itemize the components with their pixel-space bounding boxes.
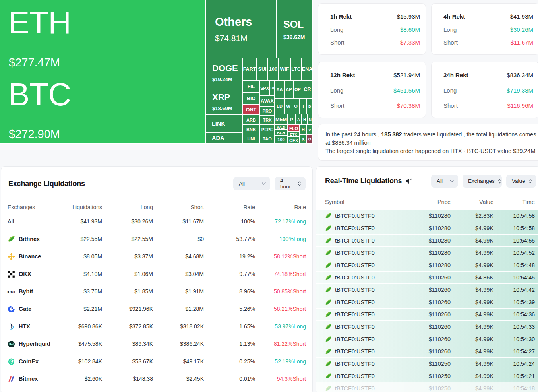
exchange-row-bitmex[interactable]: Bitmex$2.60K$148.38$2.45K0.01%94.3%Short bbox=[1, 370, 312, 388]
treemap-tile-aa[interactable]: AA bbox=[275, 80, 284, 98]
exchange-row-okx[interactable]: OKX$4.10M$1.06M$3.04M9.77%74.18%Short bbox=[1, 265, 312, 283]
liquidation-row[interactable]: tBTCF0:USTF0$110260$4.99K10:54:30 bbox=[316, 333, 538, 345]
treemap-tile-bnb[interactable]: BNB bbox=[242, 125, 260, 134]
exchange-row-htx[interactable]: HTX$690.86K$372.85K$318.02K1.65%53.97%Lo… bbox=[1, 318, 312, 335]
exchange-interval-select[interactable]: 4 hour bbox=[275, 177, 306, 190]
tile-symbol: AVAX bbox=[261, 98, 274, 104]
short-value: $7.33M bbox=[400, 39, 420, 46]
treemap-tile-x[interactable]: X bbox=[300, 134, 307, 144]
treemap-tile-t[interactable]: T bbox=[300, 98, 307, 114]
treemap-tile-arb[interactable]: ARB bbox=[242, 115, 260, 125]
exchange-row-bitfinex[interactable]: Bitfinex$22.55M$22.55M$053.77%100%Long bbox=[1, 230, 312, 248]
treemap-tile-bch[interactable]: BCH bbox=[275, 130, 288, 135]
column-short: Short bbox=[153, 204, 204, 210]
treemap-tile-n[interactable]: N bbox=[308, 114, 313, 125]
treemap-tile-q[interactable]: Q bbox=[307, 134, 313, 144]
treemap-tile-h[interactable]: H bbox=[302, 114, 308, 125]
treemap-tile-pepe[interactable]: PEPE bbox=[260, 125, 275, 134]
treemap-tile-w[interactable]: W bbox=[284, 98, 292, 114]
rate-direction-value: 74.18%Short bbox=[255, 271, 306, 277]
liquidation-row[interactable]: tBTCF0:USTF0$110260$4.99K10:54:33 bbox=[316, 321, 538, 333]
liquidation-row[interactable]: tBTCF0:USTF0$110280$4.99K10:54:52 bbox=[316, 247, 538, 259]
treemap-tile-bio[interactable]: BIO bbox=[242, 93, 260, 104]
liquidation-row[interactable]: tBTCF0:USTF0$110280$4.99K10:54:55 bbox=[316, 235, 538, 247]
treemap-tile-btc[interactable]: BTC$272.90M bbox=[0, 72, 206, 144]
liquidation-row[interactable]: tBTCF0:USTF0$110260$4.99K10:54:36 bbox=[316, 309, 538, 321]
exchange-scope-select[interactable]: All bbox=[233, 177, 270, 190]
treemap-tile-wif[interactable]: WIF bbox=[279, 58, 290, 80]
treemap-tile-link[interactable]: LINK bbox=[206, 114, 242, 132]
treemap-tile-eth[interactable]: ETH$277.47M bbox=[0, 0, 206, 72]
treemap-tile-etc[interactable]: ETC bbox=[288, 132, 300, 137]
treemap-tile-trx[interactable]: TRX bbox=[260, 115, 275, 125]
liquidation-row[interactable]: tBTCF0:USTF0$110280$4.99K10:54:58 bbox=[316, 222, 538, 235]
treemap-tile-doge[interactable]: DOGE$19.24M bbox=[206, 58, 242, 87]
treemap-tile-ena[interactable]: ENA bbox=[302, 58, 313, 80]
treemap-tile-ada[interactable]: ADA bbox=[206, 132, 242, 144]
liquidation-row[interactable]: tBTCF0:USTF0$110250$4.99K10:54:18 bbox=[316, 382, 538, 392]
liquidation-row[interactable]: tBTCF0:USTF0$110260$4.99K10:54:39 bbox=[316, 296, 538, 309]
exchange-row-bybit[interactable]: BYB!TBybit$3.76M$1.85M$1.91M8.96%50.85%S… bbox=[1, 283, 312, 300]
realtime-value-select[interactable]: Value bbox=[506, 175, 536, 188]
treemap-tile-wld[interactable]: WLD bbox=[275, 125, 288, 130]
treemap-tile-v[interactable]: V bbox=[307, 125, 313, 134]
tile-symbol: Q bbox=[308, 137, 311, 141]
treemap-tile-pro[interactable]: PRO bbox=[260, 106, 275, 115]
symbol-cell: tBTCF0:USTF0 bbox=[325, 287, 395, 293]
liquidation-row[interactable]: tBTCF0:USTF0$110250$4.99K10:54:21 bbox=[316, 370, 538, 382]
treemap-tile-others[interactable]: Others$74.81M bbox=[206, 0, 277, 58]
treemap-tile-o[interactable]: O bbox=[292, 98, 300, 114]
treemap-tile-sui[interactable]: SUI bbox=[257, 58, 268, 80]
treemap-tile-mem[interactable]: MEM bbox=[275, 114, 288, 125]
exchange-row-all[interactable]: All$41.93M$30.26M$11.67M100%72.17%Long bbox=[1, 213, 312, 230]
liquidation-row[interactable]: tBTCF0:USTF0$110260$4.99K10:54:27 bbox=[316, 345, 538, 358]
treemap-tile-avax[interactable]: AVAX bbox=[260, 96, 275, 106]
select-value: 4 hour bbox=[280, 178, 294, 190]
exchange-row-coinex[interactable]: CoinEx$102.84K$53.67K$49.17K0.25%52.19%L… bbox=[1, 353, 312, 370]
treemap-tile-trb[interactable]: TRB bbox=[269, 80, 275, 96]
treemap-tile-a[interactable]: A bbox=[296, 114, 302, 125]
treemap-tile-p[interactable]: P bbox=[288, 114, 296, 125]
treemap-tile-ap[interactable]: AP bbox=[284, 80, 293, 98]
treemap-tile-flo[interactable]: FLO bbox=[288, 125, 300, 132]
treemap-tile-fart[interactable]: FART bbox=[242, 58, 257, 80]
symbol-cell: tBTCF0:USTF0 bbox=[325, 361, 395, 367]
symbol-cell: tBTCF0:USTF0 bbox=[325, 237, 395, 244]
chevron-down-icon bbox=[262, 182, 266, 185]
exchange-row-gate[interactable]: Gate$2.21M$921.96K$1.28M5.26%58.21%Short bbox=[1, 300, 312, 318]
treemap-tile-ld[interactable]: LD bbox=[275, 98, 284, 114]
bitfinex-leaf-icon bbox=[325, 274, 332, 281]
rekt-card-12h: 12h Rekt$521.94M Long$451.56M Short$70.3… bbox=[318, 62, 426, 118]
liquidation-row[interactable]: tBTCF0:USTF0$110280$4.99K10:54:48 bbox=[316, 259, 538, 272]
treemap-tile-100[interactable]: 100 bbox=[268, 58, 279, 80]
treemap-tile-ont[interactable]: ONT bbox=[242, 104, 260, 115]
exchange-row-hyperliquid[interactable]: Hyperliquid$475.58K$89.34K$386.24K1.13%8… bbox=[1, 335, 312, 353]
treemap-tile-spx[interactable]: SPX bbox=[260, 80, 269, 96]
tile-symbol: BNB bbox=[246, 127, 256, 132]
treemap-tile-d[interactable]: D bbox=[307, 98, 313, 114]
realtime-exchanges-select[interactable]: Exchanges bbox=[463, 175, 502, 188]
treemap-tile-uni[interactable]: UNI bbox=[242, 134, 260, 144]
liquidation-row[interactable]: tBTCF0:USTF0$110280$2.83K10:54:58 bbox=[316, 210, 538, 222]
short-value: $49.17K bbox=[153, 358, 204, 365]
treemap-tile-h[interactable]: H bbox=[300, 125, 307, 134]
treemap-tile-100[interactable]: 100 bbox=[275, 135, 288, 144]
treemap-tile-op[interactable]: OP bbox=[293, 80, 302, 98]
speaker-muted-icon[interactable] bbox=[405, 178, 413, 184]
liquidation-row[interactable]: tBTCF0:USTF0$110260$4.99K10:54:42 bbox=[316, 284, 538, 296]
liquidation-row[interactable]: tBTCF0:USTF0$110260$4.86K10:54:45 bbox=[316, 272, 538, 284]
liquidation-row[interactable]: tBTCF0:USTF0$110250$4.99K10:54:24 bbox=[316, 358, 538, 370]
treemap-tile-tao[interactable]: TAO bbox=[260, 134, 275, 144]
treemap-tile-ltc[interactable]: LTC bbox=[290, 58, 302, 80]
exchange-name: Binance bbox=[8, 253, 67, 260]
treemap-tile-cfx[interactable]: CFX bbox=[288, 137, 300, 144]
treemap-tile-sol[interactable]: SOL$39.62M bbox=[277, 0, 313, 58]
treemap-tile-xrp[interactable]: XRP$18.69M bbox=[206, 87, 242, 114]
bitfinex-leaf-icon bbox=[325, 373, 332, 380]
treemap-tile-cr[interactable]: CR bbox=[302, 80, 313, 98]
exchange-row-binance[interactable]: Binance$8.05M$3.37M$4.68M19.2%58.12%Shor… bbox=[1, 248, 312, 265]
bitfinex-leaf-icon bbox=[325, 225, 332, 232]
realtime-scope-select[interactable]: All bbox=[431, 175, 458, 188]
time-cell: 10:54:36 bbox=[493, 311, 535, 318]
treemap-tile-fil[interactable]: FIL bbox=[242, 80, 260, 93]
